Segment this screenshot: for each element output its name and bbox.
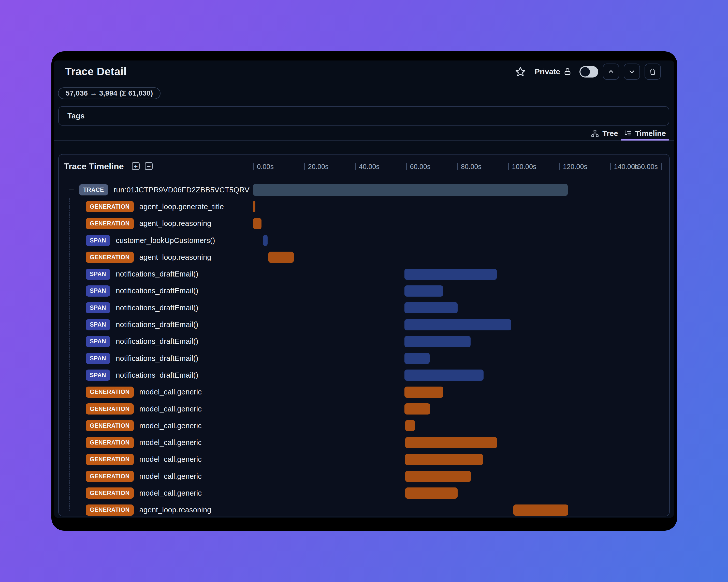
timeline-row[interactable]: − GENERATION model_call.generic	[59, 417, 669, 434]
timeline-bar[interactable]	[405, 387, 443, 398]
timeline-row[interactable]: − GENERATION agent_loop.reasoning	[59, 249, 669, 266]
axis-tick: 120.00s	[559, 163, 560, 170]
public-sharing-toggle[interactable]	[579, 66, 598, 78]
axis-tick-label: 60.00s	[410, 163, 431, 171]
timeline-row[interactable]: − SPAN notifications_draftEmail()	[59, 266, 669, 282]
axis-tick: 0.00s	[253, 163, 254, 170]
toggle-knob	[580, 67, 590, 77]
chevron-down-icon	[628, 68, 636, 76]
trash-icon	[649, 68, 656, 76]
view-tabs: Tree Timeline	[54, 127, 674, 141]
observation-name: model_call.generic	[139, 472, 202, 480]
observation-name: model_call.generic	[139, 405, 202, 413]
tab-tree-label: Tree	[602, 129, 618, 138]
timeline-bar[interactable]	[405, 369, 484, 381]
observation-name: model_call.generic	[139, 388, 202, 396]
timeline-bar[interactable]	[405, 403, 430, 415]
axis-tick-label: 20.00s	[308, 163, 329, 171]
header-controls: Private	[515, 63, 661, 80]
observation-type-badge: GENERATION	[86, 471, 134, 482]
observation-type-badge: SPAN	[86, 269, 110, 280]
tab-timeline[interactable]: Timeline	[621, 127, 669, 140]
observation-type-badge: SPAN	[86, 319, 110, 330]
timeline-bar[interactable]	[263, 235, 267, 246]
observation-type-badge: GENERATION	[86, 420, 134, 431]
timeline-bar[interactable]	[405, 319, 511, 330]
observation-name: model_call.generic	[139, 422, 202, 430]
collapse-row-icon[interactable]: −	[68, 185, 75, 194]
observation-name: notifications_draftEmail()	[116, 354, 198, 363]
timeline-bar[interactable]	[405, 269, 497, 280]
observation-name: notifications_draftEmail()	[116, 371, 198, 380]
timeline-bar[interactable]	[405, 454, 483, 465]
token-usage-badge: 57,036 → 3,994 (Σ 61,030)	[58, 87, 160, 99]
observation-name: agent_loop.generate_title	[139, 202, 224, 211]
observation-name: notifications_draftEmail()	[116, 321, 198, 329]
observation-type-badge: GENERATION	[86, 403, 134, 415]
timeline-row[interactable]: − SPAN notifications_draftEmail()	[59, 283, 669, 299]
favorite-star-icon[interactable]	[515, 66, 526, 77]
list-tree-icon	[624, 129, 632, 138]
timeline-row[interactable]: − SPAN customer_lookUpCustomers()	[59, 232, 669, 249]
observation-name: agent_loop.reasoning	[139, 253, 211, 261]
timeline-row[interactable]: − GENERATION model_call.generic	[59, 484, 669, 501]
observation-type-badge: GENERATION	[86, 454, 134, 465]
timeline-bar[interactable]	[268, 252, 294, 263]
axis-tick: 40.00s	[355, 163, 356, 170]
timeline-row[interactable]: − SPAN notifications_draftEmail()	[59, 333, 669, 350]
axis-tick: 100.00s	[508, 163, 509, 170]
tags-label: Tags	[68, 112, 85, 120]
timeline-row[interactable]: − SPAN notifications_draftEmail()	[59, 316, 669, 333]
timeline-row[interactable]: − SPAN notifications_draftEmail()	[59, 299, 669, 316]
timeline-bar[interactable]	[513, 504, 569, 516]
observation-type-badge: GENERATION	[86, 252, 134, 263]
observation-name: agent_loop.reasoning	[139, 506, 211, 514]
timeline-row[interactable]: − GENERATION model_call.generic	[59, 434, 669, 451]
observation-type-badge: SPAN	[86, 336, 110, 347]
tab-tree[interactable]: Tree	[588, 127, 621, 140]
timeline-row[interactable]: − GENERATION agent_loop.reasoning	[59, 502, 669, 519]
timeline-bar[interactable]	[253, 218, 261, 229]
axis-tick: 160.00s	[661, 163, 662, 170]
timeline-bar[interactable]	[405, 420, 415, 431]
navigate-down-button[interactable]	[624, 63, 640, 80]
observation-type-badge: GENERATION	[86, 437, 134, 448]
tab-timeline-label: Timeline	[635, 129, 666, 138]
observation-name: agent_loop.reasoning	[139, 219, 211, 228]
timeline-row[interactable]: − GENERATION model_call.generic	[59, 468, 669, 484]
tags-input[interactable]: Tags	[58, 106, 669, 126]
timeline-bar[interactable]	[405, 285, 443, 297]
timeline-bar[interactable]	[405, 353, 430, 364]
observation-type-badge: SPAN	[86, 235, 110, 246]
timeline-row[interactable]: − SPAN notifications_draftEmail()	[59, 350, 669, 367]
timeline-bar[interactable]	[405, 471, 471, 482]
timeline-row[interactable]: − GENERATION agent_loop.generate_title	[59, 198, 669, 215]
timeline-bar[interactable]	[405, 302, 458, 313]
timeline-bar[interactable]	[405, 336, 471, 347]
timeline-row[interactable]: − TRACE run:01JCTPR9VD06FD2ZBB5VCT5QRV	[59, 182, 669, 198]
timeline-bar[interactable]	[253, 184, 568, 196]
panel-header: Trace Detail Private	[54, 60, 674, 83]
timeline-row[interactable]: − GENERATION model_call.generic	[59, 384, 669, 400]
timeline-bar[interactable]	[253, 201, 255, 212]
timeline-bar[interactable]	[405, 488, 458, 499]
timeline-row[interactable]: − GENERATION model_call.generic	[59, 451, 669, 468]
timeline-rows: − TRACE run:01JCTPR9VD06FD2ZBB5VCT5QRV −…	[59, 182, 669, 519]
observation-type-badge: SPAN	[86, 285, 110, 297]
timeline-bar[interactable]	[405, 437, 497, 448]
observation-type-badge: GENERATION	[86, 218, 134, 229]
navigate-up-button[interactable]	[603, 63, 619, 80]
desktop-background: { "header": { "title": "Trace Detail", "…	[0, 0, 728, 582]
page-title: Trace Detail	[65, 65, 127, 78]
delete-trace-button[interactable]	[645, 63, 661, 80]
timeline-row[interactable]: − GENERATION agent_loop.reasoning	[59, 215, 669, 232]
timeline-row[interactable]: − GENERATION model_call.generic	[59, 400, 669, 417]
chevron-up-icon	[607, 68, 615, 76]
observation-type-badge: TRACE	[79, 184, 108, 195]
privacy-status: Private	[535, 67, 572, 76]
observation-name: notifications_draftEmail()	[116, 270, 198, 278]
observation-name: model_call.generic	[139, 489, 202, 497]
axis-tick: 80.00s	[457, 163, 458, 170]
timeline-row[interactable]: − SPAN notifications_draftEmail()	[59, 367, 669, 384]
observation-name: run:01JCTPR9VD06FD2ZBB5VCT5QRV	[114, 186, 250, 194]
